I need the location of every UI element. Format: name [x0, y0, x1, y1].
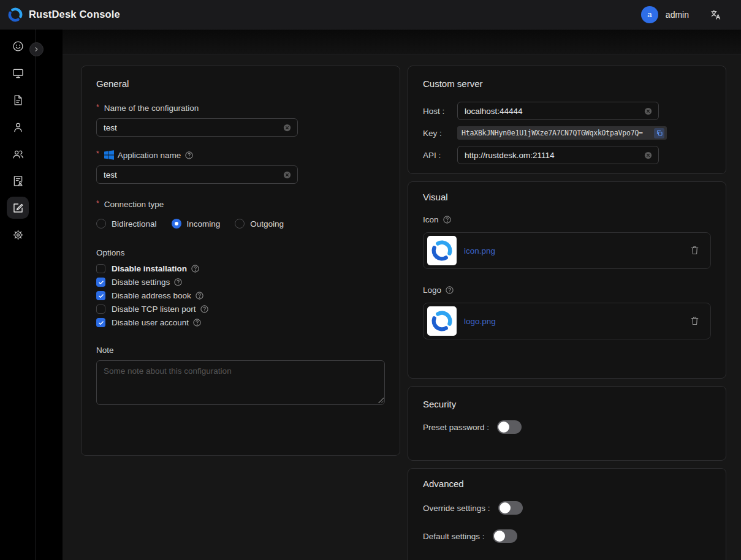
sidebar-item-groups[interactable]	[7, 143, 29, 165]
sidebar-item-dashboard[interactable]	[7, 35, 29, 57]
people-icon	[12, 148, 25, 161]
key-row: Key : HtaXBkJNHyn0e1U1jWXze7A7CN7QTGWqxk…	[423, 126, 711, 140]
sidebar-expand-button[interactable]	[29, 42, 44, 56]
user-avatar[interactable]: a	[641, 6, 658, 23]
override-settings-toggle[interactable]	[498, 501, 523, 515]
user-name[interactable]: admin	[666, 10, 689, 20]
required-asterisk: *	[96, 103, 99, 112]
config-name-field	[96, 118, 298, 137]
clear-icon[interactable]	[283, 170, 292, 180]
option-disable-user-account[interactable]: Disable user account	[96, 318, 385, 327]
delete-icon[interactable]	[690, 245, 700, 256]
security-panel: Security Preset password :	[408, 386, 726, 461]
security-title: Security	[423, 399, 711, 409]
options-label: Options	[96, 248, 385, 257]
option-disable-settings[interactable]: Disable settings	[96, 278, 385, 287]
advanced-panel: Advanced Override settings : Default set…	[408, 468, 726, 560]
preset-password-row: Preset password :	[423, 420, 711, 434]
icon-thumbnail	[427, 236, 457, 265]
radio-outgoing[interactable]: Outgoing	[235, 219, 284, 229]
key-label: Key :	[423, 129, 455, 138]
checkbox[interactable]	[96, 318, 105, 327]
help-icon[interactable]	[184, 151, 194, 160]
option-disable-tcp-listen-port[interactable]: Disable TCP listen port	[96, 305, 385, 314]
app-name-input[interactable]	[97, 166, 297, 183]
logo-thumbnail	[427, 306, 457, 336]
host-field	[457, 102, 659, 120]
api-field	[457, 146, 659, 164]
config-name-input[interactable]	[97, 119, 297, 136]
delete-icon[interactable]	[690, 316, 700, 327]
visual-panel: Visual Icon icon.png	[408, 181, 726, 379]
key-value: HtaXBkJNHyn0e1U1jWXze7A7CN7QTGWqxkOtpaVp…	[462, 129, 654, 137]
visual-title: Visual	[423, 192, 711, 202]
radio-circle[interactable]	[96, 219, 106, 229]
help-icon[interactable]	[191, 264, 200, 273]
config-name-label: * Name of the configuration	[96, 104, 385, 113]
note-textarea[interactable]	[96, 360, 385, 405]
help-icon[interactable]	[200, 305, 209, 314]
app-name-label: * Application name	[96, 150, 385, 160]
sidebar-item-devices[interactable]	[7, 62, 29, 84]
api-row: API :	[423, 146, 711, 164]
options-list: Disable installation Disable settings	[96, 264, 385, 327]
edit-icon	[12, 202, 25, 214]
sidebar-item-custom-clients[interactable]	[7, 197, 29, 219]
copy-icon[interactable]	[654, 128, 664, 138]
checkbox[interactable]	[96, 291, 105, 300]
logo-file-card: logo.png	[423, 303, 711, 339]
api-input[interactable]	[458, 146, 658, 164]
radio-incoming[interactable]: Incoming	[172, 219, 221, 229]
language-switch-icon[interactable]	[710, 9, 722, 21]
content-header-strip	[63, 29, 741, 55]
sidebar-item-users[interactable]	[7, 116, 29, 138]
icon-file-link[interactable]: icon.png	[464, 246, 690, 255]
radio-bidirectional[interactable]: Bidirectional	[96, 219, 157, 229]
smiley-icon	[12, 40, 25, 53]
sidebar-item-settings[interactable]	[7, 224, 29, 246]
override-settings-label: Override settings :	[423, 504, 490, 513]
help-icon[interactable]	[445, 286, 454, 295]
note-label: Note	[96, 346, 385, 355]
top-bar: RustDesk Console a admin	[0, 0, 741, 29]
option-disable-installation[interactable]: Disable installation	[96, 264, 385, 273]
checkbox[interactable]	[96, 278, 105, 287]
checkbox[interactable]	[96, 305, 105, 314]
host-input[interactable]	[458, 102, 658, 119]
sidebar-item-audit[interactable]	[7, 89, 29, 111]
api-label: API :	[423, 151, 455, 160]
option-disable-address-book[interactable]: Disable address book	[96, 291, 385, 300]
checkbox[interactable]	[96, 264, 105, 273]
preset-password-label: Preset password :	[423, 423, 489, 432]
override-settings-row: Override settings :	[423, 501, 711, 515]
key-field: HtaXBkJNHyn0e1U1jWXze7A7CN7QTGWqxkOtpaVp…	[457, 126, 667, 140]
person-icon	[12, 121, 25, 134]
general-title: General	[96, 78, 385, 89]
icon-label: Icon	[423, 215, 711, 224]
help-icon[interactable]	[195, 291, 204, 300]
help-icon[interactable]	[173, 278, 183, 287]
help-icon[interactable]	[443, 215, 452, 224]
radio-circle[interactable]	[172, 219, 181, 229]
document-icon	[12, 94, 25, 107]
default-settings-toggle[interactable]	[493, 529, 517, 543]
custom-server-panel: Custom server Host : Key : HtaXBkJNHyn0e…	[408, 66, 726, 174]
preset-password-toggle[interactable]	[497, 420, 522, 434]
clear-icon[interactable]	[644, 107, 653, 116]
host-label: Host :	[423, 107, 455, 116]
clear-icon[interactable]	[644, 151, 653, 160]
gear-icon	[12, 229, 25, 241]
radio-circle[interactable]	[235, 219, 245, 229]
clear-icon[interactable]	[283, 123, 292, 132]
host-row: Host :	[423, 102, 711, 120]
connection-type-group: Bidirectional Incoming Outgoing	[96, 219, 385, 229]
connection-type-label: * Connection type	[96, 200, 385, 209]
sidebar-item-address-books[interactable]	[7, 170, 29, 192]
advanced-title: Advanced	[423, 479, 711, 489]
help-icon[interactable]	[192, 318, 202, 327]
windows-logo-icon	[104, 150, 114, 160]
logo-file-link[interactable]: logo.png	[464, 317, 690, 326]
default-settings-row: Default settings :	[423, 529, 711, 543]
app-title: RustDesk Console	[29, 9, 120, 20]
app-name-field	[96, 165, 298, 184]
